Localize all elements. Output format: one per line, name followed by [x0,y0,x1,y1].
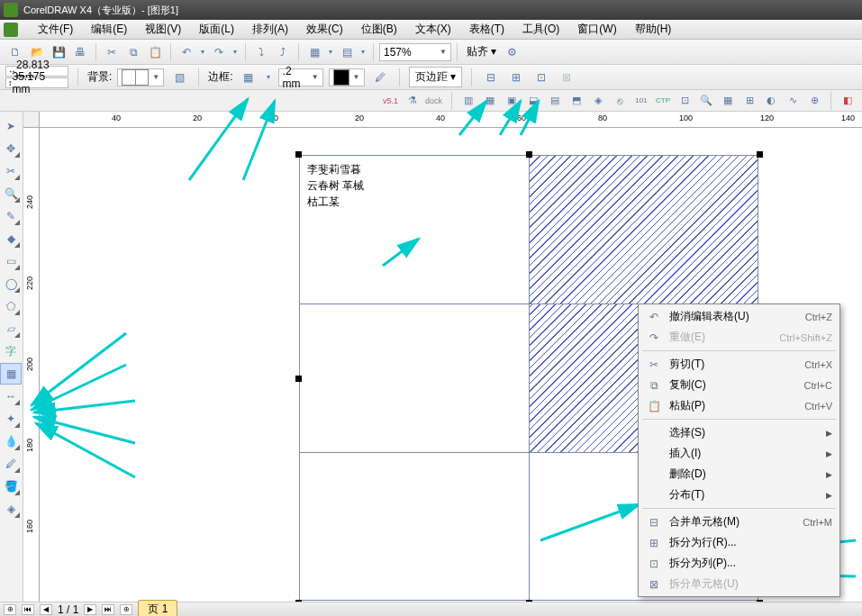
dock-icon-9[interactable]: 101 [632,92,650,110]
dock-icon-17[interactable]: ◧ [839,92,857,110]
background-fill-dropdown[interactable]: ▼ [117,68,164,86]
ctx-select[interactable]: 选择(S) ▶ [640,422,838,443]
dock-icon-2[interactable]: ▦ [481,92,499,110]
snap-button[interactable]: 贴齐 ▾ [463,44,500,59]
border-dd-icon[interactable]: ▾ [264,68,273,87]
ctx-split-col[interactable]: ⊡ 拆分为列(P)... [640,553,838,574]
selection-handle[interactable] [757,151,763,158]
outline-color-dropdown[interactable]: ▼ [329,68,365,86]
merge-cells-button[interactable]: ⊟ [481,68,501,87]
menu-layout[interactable]: 版面(L) [190,20,243,39]
welcome-dd[interactable]: ▾ [358,42,367,62]
border-select-button[interactable]: ▦ [239,68,259,87]
app-launcher-button[interactable]: ▦ [304,42,324,62]
options-button[interactable]: ⚙ [502,42,522,62]
ruler-corner[interactable] [23,112,40,128]
table-cell[interactable] [300,453,530,602]
dock-icon-4[interactable]: ⬓ [524,92,542,110]
menu-help[interactable]: 帮助(H) [626,20,681,39]
fill-tool[interactable]: 🪣 [0,476,22,497]
zoom-tool[interactable]: 🔍 [0,183,22,204]
ctx-undo[interactable]: ↶ 撤消编辑表格(U) Ctrl+Z [640,306,838,327]
ctx-insert[interactable]: 插入(I) ▶ [640,443,838,464]
ellipse-tool[interactable]: ◯ [0,273,22,294]
table-cell[interactable]: 李斐莉雪暮 云春树 革械 枯工某 [300,156,530,303]
freehand-tool[interactable]: ✎ [0,205,22,227]
margin-button[interactable]: 页边距 ▾ [409,67,462,87]
redo-button[interactable]: ↷ [209,42,229,62]
ctx-distribute[interactable]: 分布(T) ▶ [640,485,838,505]
split-vertical-button[interactable]: ⊡ [531,68,551,87]
ctx-split-row[interactable]: ⊞ 拆分为行(R)... [640,532,838,553]
dock-icon-8[interactable]: ⎋ [611,92,629,110]
dock-icon-6[interactable]: ⬒ [567,92,585,110]
interactive-tool[interactable]: ✦ [0,408,22,430]
dimension-tool[interactable]: ↔ [0,385,22,407]
ctx-merge[interactable]: ⊟ 合并单元格(M) Ctrl+M [640,512,838,532]
copy-button[interactable]: ⧉ [123,42,143,62]
dock-icon-15[interactable]: ∿ [784,92,802,110]
outline-pen-button[interactable]: 🖉 [370,68,390,87]
import-button[interactable]: ⤵ [251,42,271,62]
menu-window[interactable]: 窗口(W) [568,20,625,39]
edit-fill-button[interactable]: ▧ [169,68,189,87]
menu-tools[interactable]: 工具(O) [513,20,568,39]
y-position-input[interactable]: ↕ 35.175 mm [5,77,68,88]
export-button[interactable]: ⤴ [273,42,293,62]
dock-icon-barcode[interactable]: ▥ [459,92,477,110]
eyedropper-tool[interactable]: 💧 [0,430,22,452]
undo-button[interactable]: ↶ [177,42,196,62]
nav-add-page-icon[interactable]: ⊕ [4,604,16,615]
dock-icon-ctp[interactable]: CTP [654,92,672,110]
ctx-cut[interactable]: ✂ 剪切(T) Ctrl+X [640,354,838,375]
menu-bitmaps[interactable]: 位图(B) [352,20,406,39]
ctx-paste[interactable]: 📋 粘贴(P) Ctrl+V [640,395,838,416]
menu-file[interactable]: 文件(F) [29,20,82,39]
vertical-ruler[interactable]: 240220200180160 [23,128,40,602]
dock-icon-7[interactable]: ◈ [589,92,607,110]
unmerge-button[interactable]: ⊠ [557,68,576,87]
dock-icon-11[interactable]: 🔍 [697,92,715,110]
menu-arrange[interactable]: 排列(A) [243,20,297,39]
selection-handle[interactable] [526,151,532,158]
dock-icon-13[interactable]: ⊞ [740,92,758,110]
menu-view[interactable]: 视图(V) [136,20,190,39]
table-cell-selected[interactable] [530,156,758,303]
shape-tool[interactable]: ✥ [0,138,22,159]
page-tab[interactable]: 页 1 [138,600,177,616]
crop-tool[interactable]: ✂ [0,160,22,182]
smart-fill-tool[interactable]: ◆ [0,228,22,249]
menu-effects[interactable]: 效果(C) [297,20,352,39]
nav-first-icon[interactable]: ⏮ [22,604,34,615]
outline-width-dropdown[interactable]: .2 mm ▼ [278,68,323,86]
paste-button[interactable]: 📋 [145,42,165,62]
dock-icon-1[interactable]: ⚗ [404,92,422,110]
rectangle-tool[interactable]: ▭ [0,250,22,272]
table-tool[interactable]: ▦ [0,363,22,385]
ctx-copy[interactable]: ⧉ 复制(C) Ctrl+C [640,375,838,395]
nav-last-icon[interactable]: ⏭ [102,604,114,615]
zoom-dropdown[interactable]: 157% ▼ [379,43,451,61]
undo-dd-icon[interactable]: ▾ [198,42,207,62]
cut-button[interactable]: ✂ [102,42,122,62]
dock-icon-14[interactable]: ◐ [762,92,780,110]
dock-icon-16[interactable]: ⊕ [805,92,823,110]
redo-dd-icon[interactable]: ▾ [231,42,240,62]
basic-shapes-tool[interactable]: ▱ [0,318,22,340]
nav-prev-icon[interactable]: ◀ [40,604,52,615]
dock-icon-10[interactable]: ⊡ [676,92,694,110]
dock-icon-12[interactable]: ▦ [719,92,737,110]
selection-handle[interactable] [295,151,302,158]
dock-icon-3[interactable]: ▣ [503,92,521,110]
pick-tool[interactable]: ➤ [0,115,22,137]
polygon-tool[interactable]: ⬠ [0,295,22,317]
nav-add-page-icon[interactable]: ⊕ [120,604,132,615]
horizontal-ruler[interactable]: 4020020406080100120140 [40,112,862,128]
outline-tool[interactable]: 🖉 [0,453,22,475]
print-button[interactable]: 🖶 [70,42,90,62]
app-launcher-dd[interactable]: ▾ [326,42,335,62]
dock-icon-5[interactable]: ▤ [546,92,564,110]
welcome-button[interactable]: ▤ [337,42,357,62]
menu-edit[interactable]: 编辑(E) [82,20,136,39]
menu-table[interactable]: 表格(T) [460,20,513,39]
